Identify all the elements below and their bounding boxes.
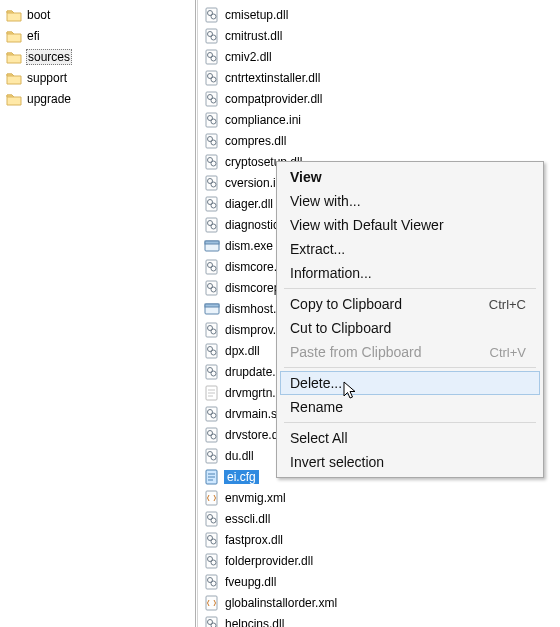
file-item-label: du.dll xyxy=(224,449,255,463)
file-item[interactable]: cmitrust.dll xyxy=(202,25,560,46)
context-menu-item[interactable]: View with Default Viewer xyxy=(280,213,540,237)
context-menu-separator xyxy=(284,367,536,368)
file-item[interactable]: esscli.dll xyxy=(202,508,560,529)
file-item[interactable]: helpcins.dll xyxy=(202,613,560,627)
context-menu-item-label: Cut to Clipboard xyxy=(290,320,391,336)
context-menu-item[interactable]: Information... xyxy=(280,261,540,285)
tree-item-label: efi xyxy=(26,29,41,43)
folder-icon xyxy=(6,7,22,23)
dll-file-icon xyxy=(204,154,220,170)
file-item-label: fastprox.dll xyxy=(224,533,284,547)
context-menu-item-label: View xyxy=(290,169,322,185)
file-item-label: helpcins.dll xyxy=(224,617,285,628)
folder-tree[interactable]: bootefisourcessupportupgrade xyxy=(0,0,195,627)
context-menu-item-label: Copy to Clipboard xyxy=(290,296,402,312)
tree-item-sources[interactable]: sources xyxy=(4,46,195,67)
context-menu-item-label: Extract... xyxy=(290,241,345,257)
dll-file-icon xyxy=(204,7,220,23)
file-item[interactable]: compatprovider.dll xyxy=(202,88,560,109)
exe-file-icon xyxy=(204,238,220,254)
file-item[interactable]: cntrtextinstaller.dll xyxy=(202,67,560,88)
file-item-label: cntrtextinstaller.dll xyxy=(224,71,321,85)
file-item[interactable]: cmisetup.dll xyxy=(202,4,560,25)
file-item[interactable]: compliance.ini xyxy=(202,109,560,130)
file-item[interactable]: folderprovider.dll xyxy=(202,550,560,571)
dll-file-icon xyxy=(204,217,220,233)
context-menu-item-label: Delete... xyxy=(290,375,342,391)
xml-file-icon xyxy=(204,490,220,506)
dll-file-icon xyxy=(204,49,220,65)
file-item-label: dpx.dll xyxy=(224,344,261,358)
file-item-label: compliance.ini xyxy=(224,113,302,127)
context-menu-item[interactable]: Cut to Clipboard xyxy=(280,316,540,340)
tree-item-boot[interactable]: boot xyxy=(4,4,195,25)
context-menu-item: Paste from ClipboardCtrl+V xyxy=(280,340,540,364)
file-item-label: diager.dll xyxy=(224,197,274,211)
file-item-label: cmisetup.dll xyxy=(224,8,289,22)
context-menu-item[interactable]: Delete... xyxy=(280,371,540,395)
dll-file-icon xyxy=(204,133,220,149)
context-menu-item-label: Invert selection xyxy=(290,454,384,470)
dll-file-icon xyxy=(204,70,220,86)
file-item[interactable]: compres.dll xyxy=(202,130,560,151)
folder-icon xyxy=(6,28,22,44)
tree-item-label: boot xyxy=(26,8,51,22)
dll-file-icon xyxy=(204,343,220,359)
ini-file-icon xyxy=(204,112,220,128)
dll-file-icon xyxy=(204,280,220,296)
ini-file-icon xyxy=(204,175,220,191)
tree-item-efi[interactable]: efi xyxy=(4,25,195,46)
context-menu-item-label: Paste from Clipboard xyxy=(290,344,422,360)
dll-file-icon xyxy=(204,532,220,548)
folder-icon xyxy=(6,70,22,86)
folder-icon xyxy=(6,91,22,107)
dll-file-icon xyxy=(204,553,220,569)
file-item-label: compres.dll xyxy=(224,134,287,148)
folder-icon xyxy=(6,49,22,65)
file-item-label: envmig.xml xyxy=(224,491,287,505)
context-menu-item[interactable]: Copy to ClipboardCtrl+C xyxy=(280,292,540,316)
context-menu-separator xyxy=(284,288,536,289)
cfg-file-icon xyxy=(204,469,220,485)
dll-file-icon xyxy=(204,427,220,443)
tree-item-upgrade[interactable]: upgrade xyxy=(4,88,195,109)
context-menu-item-label: View with... xyxy=(290,193,361,209)
context-menu-item[interactable]: Rename xyxy=(280,395,540,419)
dll-file-icon xyxy=(204,511,220,527)
dll-file-icon xyxy=(204,322,220,338)
context-menu-item[interactable]: Extract... xyxy=(280,237,540,261)
context-menu-shortcut: Ctrl+C xyxy=(489,297,526,312)
context-menu-separator xyxy=(284,422,536,423)
dll-file-icon xyxy=(204,448,220,464)
file-item[interactable]: fastprox.dll xyxy=(202,529,560,550)
file-item-label: compatprovider.dll xyxy=(224,92,323,106)
file-item-label: folderprovider.dll xyxy=(224,554,314,568)
tree-item-label: support xyxy=(26,71,68,85)
file-item-label: cmiv2.dll xyxy=(224,50,273,64)
file-item[interactable]: fveupg.dll xyxy=(202,571,560,592)
file-item[interactable]: envmig.xml xyxy=(202,487,560,508)
file-item[interactable]: globalinstallorder.xml xyxy=(202,592,560,613)
file-item[interactable]: cmiv2.dll xyxy=(202,46,560,67)
dll-file-icon xyxy=(204,259,220,275)
dll-file-icon xyxy=(204,364,220,380)
dll-file-icon xyxy=(204,91,220,107)
context-menu-item[interactable]: Invert selection xyxy=(280,450,540,474)
context-menu-item-label: Information... xyxy=(290,265,372,281)
file-item-label: cmitrust.dll xyxy=(224,29,283,43)
file-item-label: dism.exe xyxy=(224,239,274,253)
tree-item-label: upgrade xyxy=(26,92,72,106)
context-menu-item[interactable]: View xyxy=(280,165,540,189)
dll-file-icon xyxy=(204,574,220,590)
file-item-label: globalinstallorder.xml xyxy=(224,596,338,610)
dll-file-icon xyxy=(204,196,220,212)
context-menu-item-label: Rename xyxy=(290,399,343,415)
file-item-label: ei.cfg xyxy=(224,470,259,484)
file-item-label: fveupg.dll xyxy=(224,575,277,589)
file-item-label: esscli.dll xyxy=(224,512,271,526)
dll-file-icon xyxy=(204,616,220,628)
context-menu-item[interactable]: View with... xyxy=(280,189,540,213)
context-menu-item[interactable]: Select All xyxy=(280,426,540,450)
txt-file-icon xyxy=(204,385,220,401)
tree-item-support[interactable]: support xyxy=(4,67,195,88)
